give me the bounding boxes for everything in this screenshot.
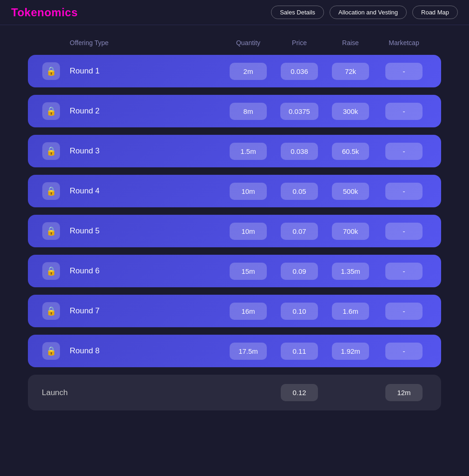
round-name-6: Round 6 [65, 266, 223, 276]
raise-cell-3: 60.5k [325, 143, 376, 160]
price-cell-6: 0.09 [274, 263, 325, 280]
lock-icon-wrapper-7: 🔒 [37, 302, 65, 320]
round-row-6: 🔒 Round 6 15m 0.09 1.35m - [28, 255, 441, 287]
round-name-2: Round 2 [65, 106, 223, 116]
main-content: Offering Type Quantity Price Raise Marke… [0, 25, 469, 436]
raise-cell-2: 300k [325, 103, 376, 120]
rounds-container: 🔒 Round 1 2m 0.036 72k - 🔒 Round 2 8m [28, 55, 441, 367]
price-badge-1: 0.036 [281, 63, 318, 80]
col-quantity: Quantity [223, 39, 274, 46]
round-name-7: Round 7 [65, 306, 223, 316]
marketcap-cell-2: - [376, 103, 432, 120]
launch-marketcap-cell: 12m [376, 384, 432, 401]
launch-price-badge: 0.12 [281, 384, 318, 401]
round-name-4: Round 4 [65, 186, 223, 196]
nav-road-map-button[interactable]: Road Map [412, 6, 458, 19]
lock-icon-8: 🔒 [42, 342, 60, 360]
col-lock [37, 39, 65, 46]
lock-icon-5: 🔒 [42, 222, 60, 240]
round-row-8: 🔒 Round 8 17.5m 0.11 1.92m - [28, 335, 441, 367]
col-raise: Raise [325, 39, 376, 46]
quantity-badge-4: 10m [230, 183, 267, 200]
price-cell-1: 0.036 [274, 63, 325, 80]
launch-name: Launch [37, 388, 223, 397]
lock-icon-wrapper-5: 🔒 [37, 222, 65, 240]
price-badge-6: 0.09 [281, 263, 318, 280]
lock-icon-wrapper-2: 🔒 [37, 102, 65, 120]
quantity-badge-7: 16m [230, 303, 267, 320]
quantity-cell-3: 1.5m [223, 143, 274, 160]
lock-icon-7: 🔒 [42, 302, 60, 320]
column-headers: Offering Type Quantity Price Raise Marke… [28, 34, 441, 51]
quantity-cell-8: 17.5m [223, 343, 274, 360]
nav-allocation-vesting-button[interactable]: Allocation and Vesting [330, 6, 407, 19]
marketcap-badge-2: - [385, 103, 423, 120]
quantity-cell-5: 10m [223, 223, 274, 240]
marketcap-cell-3: - [376, 143, 432, 160]
launch-price-cell: 0.12 [274, 384, 325, 401]
price-badge-3: 0.038 [281, 143, 318, 160]
raise-badge-2: 300k [332, 103, 369, 120]
raise-badge-7: 1.6m [332, 303, 369, 320]
marketcap-cell-4: - [376, 183, 432, 200]
price-cell-7: 0.10 [274, 303, 325, 320]
quantity-cell-4: 10m [223, 183, 274, 200]
lock-icon-wrapper-8: 🔒 [37, 342, 65, 360]
round-name-1: Round 1 [65, 66, 223, 76]
launch-row: Launch 0.12 12m [28, 375, 441, 410]
quantity-cell-7: 16m [223, 303, 274, 320]
lock-icon-3: 🔒 [42, 142, 60, 160]
price-badge-4: 0.05 [281, 183, 318, 200]
raise-badge-4: 500k [332, 183, 369, 200]
round-name-8: Round 8 [65, 346, 223, 356]
raise-cell-1: 72k [325, 63, 376, 80]
col-price: Price [274, 39, 325, 46]
raise-badge-5: 700k [332, 223, 369, 240]
price-cell-3: 0.038 [274, 143, 325, 160]
lock-icon-wrapper-3: 🔒 [37, 142, 65, 160]
marketcap-badge-1: - [385, 63, 423, 80]
raise-cell-7: 1.6m [325, 303, 376, 320]
marketcap-badge-4: - [385, 183, 423, 200]
round-row-2: 🔒 Round 2 8m 0.0375 300k - [28, 95, 441, 127]
marketcap-cell-1: - [376, 63, 432, 80]
price-badge-2: 0.0375 [280, 103, 318, 120]
quantity-badge-3: 1.5m [230, 143, 267, 160]
round-row-1: 🔒 Round 1 2m 0.036 72k - [28, 55, 441, 87]
raise-cell-5: 700k [325, 223, 376, 240]
price-cell-2: 0.0375 [274, 103, 325, 120]
quantity-cell-2: 8m [223, 103, 274, 120]
price-badge-5: 0.07 [281, 223, 318, 240]
price-badge-8: 0.11 [281, 343, 318, 360]
round-row-3: 🔒 Round 3 1.5m 0.038 60.5k - [28, 135, 441, 167]
raise-badge-8: 1.92m [332, 343, 369, 360]
nav-sales-details-button[interactable]: Sales Details [271, 6, 324, 19]
lock-icon-4: 🔒 [42, 182, 60, 200]
raise-cell-6: 1.35m [325, 263, 376, 280]
quantity-badge-5: 10m [230, 223, 267, 240]
price-cell-8: 0.11 [274, 343, 325, 360]
raise-cell-4: 500k [325, 183, 376, 200]
lock-icon-wrapper-1: 🔒 [37, 62, 65, 80]
app-header: Tokenomics Sales Details Allocation and … [0, 0, 469, 25]
lock-icon-wrapper-6: 🔒 [37, 262, 65, 280]
app-logo: Tokenomics [11, 6, 78, 19]
marketcap-cell-5: - [376, 223, 432, 240]
price-cell-4: 0.05 [274, 183, 325, 200]
marketcap-badge-7: - [385, 303, 423, 320]
raise-cell-8: 1.92m [325, 343, 376, 360]
price-badge-7: 0.10 [281, 303, 318, 320]
marketcap-badge-8: - [385, 343, 423, 360]
round-row-4: 🔒 Round 4 10m 0.05 500k - [28, 175, 441, 207]
col-marketcap: Marketcap [376, 39, 432, 46]
quantity-badge-2: 8m [230, 103, 267, 120]
marketcap-badge-6: - [385, 263, 423, 280]
quantity-badge-6: 15m [230, 263, 267, 280]
round-row-5: 🔒 Round 5 10m 0.07 700k - [28, 215, 441, 247]
quantity-cell-1: 2m [223, 63, 274, 80]
marketcap-badge-5: - [385, 223, 423, 240]
nav-buttons: Sales Details Allocation and Vesting Roa… [271, 6, 458, 19]
raise-badge-3: 60.5k [332, 143, 369, 160]
lock-icon-wrapper-4: 🔒 [37, 182, 65, 200]
lock-icon-6: 🔒 [42, 262, 60, 280]
